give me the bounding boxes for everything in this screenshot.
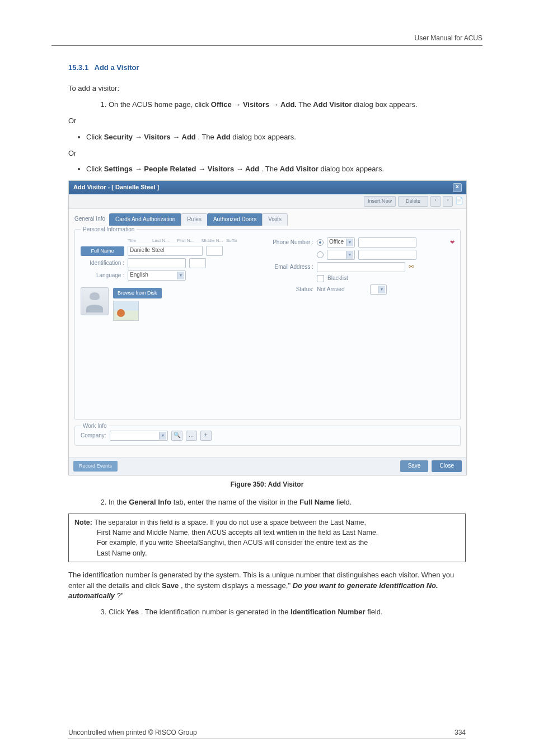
company-dropdown[interactable] [110,431,168,441]
heading-number: 15.3.1 [68,63,88,72]
status-aux-dropdown[interactable] [370,284,387,295]
phone-number-field-2[interactable] [358,250,416,260]
phone-number-field-1[interactable] [358,237,416,248]
identification-label: Identification : [81,259,124,268]
note-label: Note: [74,519,92,526]
close-button[interactable]: Close [432,460,462,472]
language-label: Language : [81,272,124,280]
full-name-field[interactable]: Danielle Steel [128,246,203,256]
step-3: Click Yes . The identification number is… [109,607,466,618]
intro-text: To add a visitor: [68,83,466,94]
step1-path: Office → Visitors → Add. [211,100,297,109]
status-value: Not Arrived [317,286,344,294]
name-tiny-headers: Title Last N... First N... Middle N... S… [128,237,254,244]
toolbar-delete-button[interactable]: Delete [398,196,428,207]
tab-rules[interactable]: Rules [181,213,208,226]
suffix-field[interactable] [206,246,223,256]
page-header-right: User Manual for ACUS [51,34,483,46]
step-2: In the General Info tab, enter the name … [109,497,466,508]
mail-icon[interactable]: ✉ [409,263,414,272]
email-field[interactable] [317,262,405,272]
browse-from-disk-button[interactable]: Browse from Disk [113,288,162,298]
phone-type-dropdown-1[interactable]: Office [327,237,355,248]
tab-general-info[interactable]: General Info [74,213,110,226]
work-info-legend: Work Info [81,422,109,431]
full-name-button[interactable]: Full Name [81,246,124,256]
phone-type-radio-1[interactable] [317,239,324,246]
status-label: Status: [265,286,313,294]
tab-auth-doors[interactable]: Authorized Doors [207,213,263,226]
phone-type-dropdown-2[interactable] [327,250,355,260]
close-icon[interactable]: × [453,183,462,192]
footer-left: Uncontrolled when printed © RISCO Group [68,728,197,738]
company-search-button[interactable]: 🔍 [171,431,182,441]
personal-info-section: Personal Information Title Last N... Fir… [74,229,461,421]
add-visitor-dialog: Add Visitor - [ Danielle Steel ] × Inser… [68,180,467,475]
note-box: Note: The separator in this field is a s… [68,514,466,562]
favorite-icon[interactable]: ❤ [450,239,455,247]
or-separator-2: Or [68,148,466,159]
photo-thumbnail[interactable] [113,301,139,321]
save-button[interactable]: Save [400,460,429,472]
toolbar-insert-new-button[interactable]: Insert New [364,196,396,207]
identification-field[interactable] [128,258,186,268]
record-events-button[interactable]: Record Events [73,461,118,472]
step-1: On the ACUS home page, click Office → Vi… [109,100,466,110]
company-label: Company: [81,432,106,440]
language-dropdown[interactable]: English [128,270,186,281]
dialog-titlebar[interactable]: Add Visitor - [ Danielle Steel ] × [69,181,466,194]
toolbar-prev-button[interactable]: ‹ [430,196,441,207]
heading-title: Add a Visitor [95,63,139,72]
tab-cards-auth[interactable]: Cards And Authorization [109,213,181,226]
toolbar-report-icon[interactable]: 📄 [455,196,463,204]
footer-page-number: 334 [455,728,466,738]
dialog-title: Add Visitor - [ Danielle Steel ] [73,183,159,192]
section-heading: 15.3.1 Add a Visitor [68,63,466,73]
bullet-2: Click Settings → People Related → Visito… [86,164,466,175]
blacklist-checkbox[interactable] [317,275,324,282]
personal-info-legend: Personal Information [81,226,137,234]
figure-caption: Figure 350: Add Visitor [68,480,466,489]
tab-visits[interactable]: Visits [262,213,288,226]
phone-type-radio-2[interactable] [317,251,324,258]
email-address-label: Email Address : [265,263,313,272]
after-note-paragraph: The identification number is generated b… [68,570,466,602]
identification-aux-field[interactable] [189,258,206,268]
work-info-section: Work Info Company: 🔍 … + [74,426,461,446]
dialog-toolbar: Insert New Delete ‹ › 📄 [69,194,466,209]
dialog-tabs: General Info Cards And Authorization Rul… [74,213,461,226]
company-add-button[interactable]: + [200,431,212,441]
company-clear-button[interactable]: … [186,431,197,441]
section-spacer [81,321,455,410]
or-separator-1: Or [68,116,466,127]
phone-number-label: Phone Number : [265,239,313,247]
toolbar-next-button[interactable]: › [443,196,453,207]
bullet-1: Click Security → Visitors → Add . The Ad… [86,132,466,143]
blacklist-label: Blacklist [327,274,348,283]
avatar-placeholder [81,287,109,315]
dialog-footer: Record Events Save Close [69,457,466,475]
